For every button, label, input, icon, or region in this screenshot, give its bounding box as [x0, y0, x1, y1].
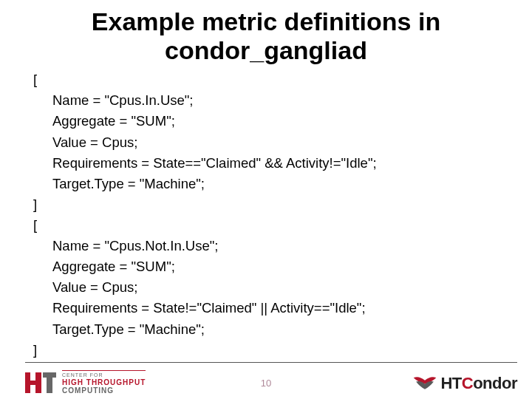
- code-line: Name = "Cpus.Not.In.Use";: [52, 236, 499, 256]
- chtc-line1: CENTER FOR: [62, 372, 146, 378]
- code-line: Value = Cpus;: [52, 132, 499, 153]
- code-line: Aggregate = "SUM";: [52, 111, 499, 132]
- htcondor-ht: HT: [440, 374, 461, 392]
- footer: CENTER FOR HIGH THROUGHPUT COMPUTING HTC…: [0, 362, 532, 399]
- slide-title: Example metric definitions in condor_gan…: [0, 0, 532, 69]
- chtc-text: CENTER FOR HIGH THROUGHPUT COMPUTING: [62, 370, 146, 395]
- code-line: Value = Cpus;: [52, 277, 499, 298]
- code-line: Aggregate = "SUM";: [52, 256, 499, 277]
- logo-htcondor: HTCondor: [412, 372, 517, 395]
- chtc-line2: HIGH THROUGHPUT: [62, 378, 146, 386]
- code-line: Target.Type = "Machine";: [52, 319, 499, 340]
- footer-divider: [25, 362, 517, 363]
- code-line: Requirements = State=="Claimed" && Activ…: [52, 153, 499, 174]
- slide-body: [ Name = "Cpus.In.Use"; Aggregate = "SUM…: [0, 69, 532, 361]
- block-close: ]: [33, 194, 499, 215]
- chtc-line3: COMPUTING: [62, 386, 146, 395]
- block-close: ]: [33, 340, 499, 361]
- htcondor-text: HTCondor: [440, 374, 517, 393]
- htcondor-ondor: ondor: [473, 374, 517, 392]
- logo-chtc: CENTER FOR HIGH THROUGHPUT COMPUTING: [25, 370, 146, 395]
- block-open: [: [33, 69, 499, 90]
- htcondor-c: C: [462, 374, 473, 392]
- code-line: Target.Type = "Machine";: [52, 174, 499, 194]
- block-open: [: [33, 215, 499, 236]
- condor-bird-icon: [412, 372, 437, 395]
- code-line: Requirements = State!="Claimed" || Activ…: [52, 298, 499, 318]
- code-line: Name = "Cpus.In.Use";: [52, 90, 499, 111]
- ht-icon: [25, 372, 56, 393]
